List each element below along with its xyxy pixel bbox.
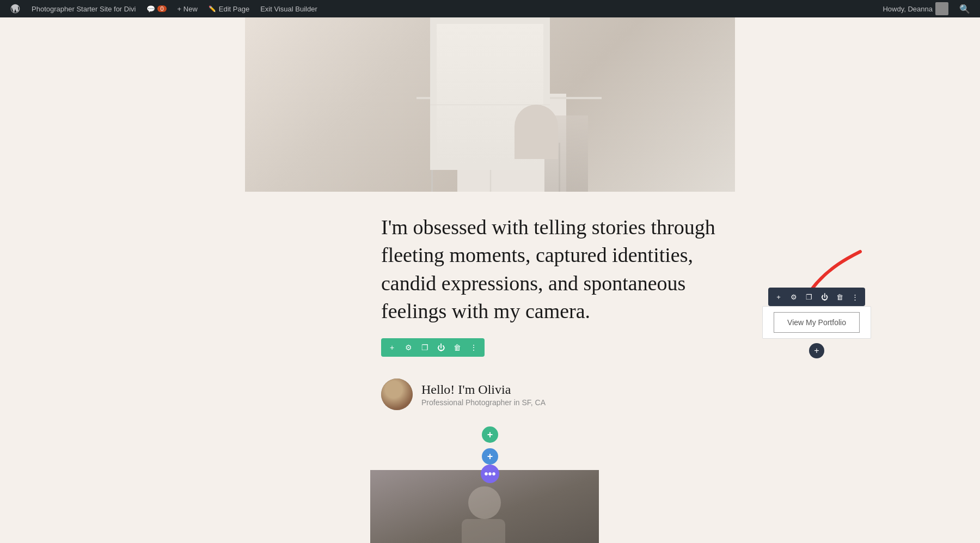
edit-page-link[interactable]: ✏️ Edit Page (203, 0, 255, 17)
admin-bar-right: Howdy, Deanna 🔍 (877, 0, 976, 17)
main-quote: I'm obsessed with telling stories throug… (381, 213, 740, 325)
dark-toolbar-add-btn[interactable]: + (771, 290, 786, 304)
add-row-teal-btn[interactable]: + (482, 426, 498, 443)
new-content-link[interactable]: + New (172, 0, 203, 17)
dark-toolbar-delete-btn[interactable]: 🗑 (832, 290, 847, 304)
toolbar-more-btn[interactable]: ⋮ (466, 340, 481, 355)
hero-image-area (0, 17, 980, 192)
dark-toolbar-lock-btn[interactable]: ⏻ (817, 290, 831, 304)
purple-add-btn[interactable]: ••• (481, 465, 499, 483)
portfolio-area: View My Portfolio (762, 306, 871, 339)
hero-image (245, 17, 735, 192)
add-below-dark: + (762, 343, 871, 358)
purple-add-area: ••• (481, 465, 499, 483)
howdy-user[interactable]: Howdy, Deanna (877, 0, 954, 17)
dark-toolbar-duplicate-btn[interactable]: ❐ (802, 290, 816, 304)
right-floating-area: View My Portfolio + ⚙ ❐ ⏻ 🗑 ⋮ + (762, 246, 871, 358)
admin-search-icon[interactable]: 🔍 (954, 0, 976, 17)
exit-visual-builder-link[interactable]: Exit Visual Builder (255, 0, 323, 17)
profile-name: Hello! I'm Olivia (421, 382, 546, 397)
toolbar-add-btn[interactable]: + (384, 340, 400, 355)
module-toolbar-teal: + ⚙ ❐ ⏻ 🗑 ⋮ (381, 338, 485, 357)
profile-subtitle: Professional Photographer in SF, CA (421, 398, 546, 407)
add-row-buttons: + + (0, 426, 980, 465)
admin-bar: Photographer Starter Site for Divi 💬 0 +… (0, 0, 980, 17)
profile-text: Hello! I'm Olivia Professional Photograp… (421, 382, 546, 407)
toolbar-settings-btn[interactable]: ⚙ (401, 340, 416, 355)
portfolio-button-wrapper: View My Portfolio (762, 306, 871, 339)
avatar (381, 379, 413, 410)
dark-toolbar-more-btn[interactable]: ⋮ (848, 290, 862, 304)
toolbar-delete-btn[interactable]: 🗑 (450, 340, 465, 355)
main-content: I'm obsessed with telling stories throug… (0, 17, 980, 543)
bottom-section: ••• (218, 470, 762, 543)
wordpress-logo-link[interactable] (4, 0, 26, 17)
module-toolbar-dark: + ⚙ ❐ ⏻ 🗑 ⋮ (768, 288, 865, 306)
user-avatar-small (935, 2, 948, 15)
toolbar-lock-btn[interactable]: ⏻ (433, 340, 449, 355)
comments-badge: 0 (157, 5, 166, 12)
add-row-blue-btn[interactable]: + (482, 448, 498, 465)
profile-row: Hello! I'm Olivia Professional Photograp… (381, 379, 740, 410)
dark-toolbar-settings-btn[interactable]: ⚙ (787, 290, 801, 304)
site-name-link[interactable]: Photographer Starter Site for Divi (26, 0, 141, 17)
avatar-image (381, 379, 413, 410)
comment-icon: 💬 (146, 5, 155, 13)
view-portfolio-btn[interactable]: View My Portfolio (774, 312, 860, 333)
comments-link[interactable]: 💬 0 (141, 0, 171, 17)
module-toolbar-container: View My Portfolio + ⚙ ❐ ⏻ 🗑 ⋮ + (762, 306, 871, 358)
toolbar-duplicate-btn[interactable]: ❐ (417, 340, 432, 355)
dark-add-circle-btn[interactable]: + (809, 343, 824, 358)
text-section: I'm obsessed with telling stories throug… (229, 192, 751, 421)
